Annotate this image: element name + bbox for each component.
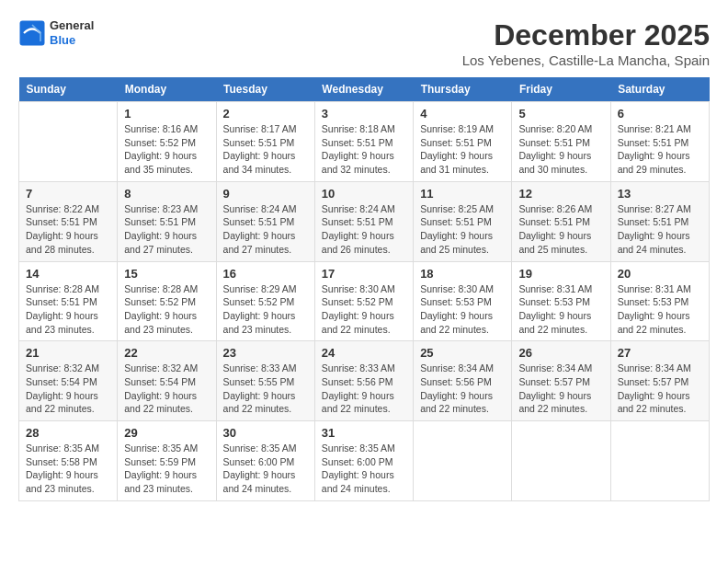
day-info: Sunrise: 8:21 AMSunset: 5:51 PMDaylight:… <box>618 122 702 177</box>
day-info: Sunrise: 8:24 AMSunset: 5:51 PMDaylight:… <box>322 202 406 257</box>
header-friday: Friday <box>512 77 610 102</box>
cell-w5-d4: 31Sunrise: 8:35 AMSunset: 6:00 PMDayligh… <box>314 421 413 501</box>
day-number: 10 <box>322 187 406 201</box>
cell-w4-d6: 26Sunrise: 8:34 AMSunset: 5:57 PMDayligh… <box>512 341 610 421</box>
day-number: 28 <box>26 426 110 440</box>
day-number: 11 <box>420 187 505 201</box>
day-info: Sunrise: 8:31 AMSunset: 5:53 PMDaylight:… <box>518 282 603 337</box>
cell-w2-d3: 9Sunrise: 8:24 AMSunset: 5:51 PMDaylight… <box>216 181 314 261</box>
day-number: 12 <box>518 187 603 201</box>
logo-icon <box>18 19 46 47</box>
day-info: Sunrise: 8:35 AMSunset: 5:58 PMDaylight:… <box>26 442 110 496</box>
week-row-5: 28Sunrise: 8:35 AMSunset: 5:58 PMDayligh… <box>19 421 710 501</box>
cell-w5-d2: 29Sunrise: 8:35 AMSunset: 5:59 PMDayligh… <box>118 421 216 501</box>
cell-w5-d5 <box>414 421 512 501</box>
day-number: 14 <box>26 267 110 281</box>
header-thursday: Thursday <box>414 77 512 102</box>
day-info: Sunrise: 8:32 AMSunset: 5:54 PMDaylight:… <box>26 362 110 416</box>
day-info: Sunrise: 8:26 AMSunset: 5:51 PMDaylight:… <box>518 202 603 257</box>
cell-w5-d1: 28Sunrise: 8:35 AMSunset: 5:58 PMDayligh… <box>19 421 118 501</box>
day-info: Sunrise: 8:16 AMSunset: 5:52 PMDaylight:… <box>124 122 209 177</box>
header-monday: Monday <box>118 77 216 102</box>
week-row-2: 7Sunrise: 8:22 AMSunset: 5:51 PMDaylight… <box>19 181 710 261</box>
cell-w2-d6: 12Sunrise: 8:26 AMSunset: 5:51 PMDayligh… <box>512 181 610 261</box>
calendar-table: Sunday Monday Tuesday Wednesday Thursday… <box>18 77 710 501</box>
day-number: 17 <box>322 267 406 281</box>
day-number: 29 <box>124 426 209 440</box>
day-info: Sunrise: 8:34 AMSunset: 5:56 PMDaylight:… <box>420 362 505 416</box>
day-info: Sunrise: 8:32 AMSunset: 5:54 PMDaylight:… <box>124 362 209 416</box>
page-header: General Blue December 2025 Los Yebenes, … <box>18 18 710 68</box>
week-row-1: 1Sunrise: 8:16 AMSunset: 5:52 PMDaylight… <box>19 102 710 182</box>
cell-w1-d2: 1Sunrise: 8:16 AMSunset: 5:52 PMDaylight… <box>118 102 216 182</box>
day-number: 24 <box>322 346 406 360</box>
cell-w5-d3: 30Sunrise: 8:35 AMSunset: 6:00 PMDayligh… <box>216 421 314 501</box>
cell-w2-d5: 11Sunrise: 8:25 AMSunset: 5:51 PMDayligh… <box>414 181 512 261</box>
day-number: 22 <box>124 346 209 360</box>
day-info: Sunrise: 8:30 AMSunset: 5:52 PMDaylight:… <box>322 282 406 337</box>
cell-w4-d2: 22Sunrise: 8:32 AMSunset: 5:54 PMDayligh… <box>118 341 216 421</box>
day-info: Sunrise: 8:28 AMSunset: 5:52 PMDaylight:… <box>124 282 209 337</box>
cell-w4-d3: 23Sunrise: 8:33 AMSunset: 5:55 PMDayligh… <box>216 341 314 421</box>
day-info: Sunrise: 8:29 AMSunset: 5:52 PMDaylight:… <box>223 282 308 337</box>
cell-w4-d5: 25Sunrise: 8:34 AMSunset: 5:56 PMDayligh… <box>414 341 512 421</box>
day-info: Sunrise: 8:23 AMSunset: 5:51 PMDaylight:… <box>124 202 209 257</box>
day-number: 19 <box>518 267 603 281</box>
day-number: 13 <box>618 187 702 201</box>
header-saturday: Saturday <box>610 77 709 102</box>
cell-w1-d7: 6Sunrise: 8:21 AMSunset: 5:51 PMDaylight… <box>610 102 709 182</box>
week-row-3: 14Sunrise: 8:28 AMSunset: 5:51 PMDayligh… <box>19 261 710 341</box>
day-number: 23 <box>223 346 308 360</box>
day-info: Sunrise: 8:17 AMSunset: 5:51 PMDaylight:… <box>223 122 308 177</box>
day-number: 4 <box>420 107 505 121</box>
day-info: Sunrise: 8:33 AMSunset: 5:55 PMDaylight:… <box>223 362 308 416</box>
day-info: Sunrise: 8:34 AMSunset: 5:57 PMDaylight:… <box>618 362 702 416</box>
logo: General Blue <box>18 18 94 47</box>
day-number: 3 <box>322 107 406 121</box>
day-number: 8 <box>124 187 209 201</box>
cell-w4-d1: 21Sunrise: 8:32 AMSunset: 5:54 PMDayligh… <box>19 341 118 421</box>
calendar-title: December 2025 <box>462 18 710 52</box>
day-info: Sunrise: 8:31 AMSunset: 5:53 PMDaylight:… <box>618 282 702 337</box>
day-info: Sunrise: 8:33 AMSunset: 5:56 PMDaylight:… <box>322 362 406 416</box>
day-number: 6 <box>618 107 702 121</box>
day-number: 9 <box>223 187 308 201</box>
day-info: Sunrise: 8:28 AMSunset: 5:51 PMDaylight:… <box>26 282 110 337</box>
cell-w3-d5: 18Sunrise: 8:30 AMSunset: 5:53 PMDayligh… <box>414 261 512 341</box>
day-info: Sunrise: 8:18 AMSunset: 5:51 PMDaylight:… <box>322 122 406 177</box>
day-number: 27 <box>618 346 702 360</box>
title-area: December 2025 Los Yebenes, Castille-La M… <box>462 18 710 68</box>
day-number: 20 <box>618 267 702 281</box>
day-number: 15 <box>124 267 209 281</box>
day-info: Sunrise: 8:25 AMSunset: 5:51 PMDaylight:… <box>420 202 505 257</box>
cell-w2-d7: 13Sunrise: 8:27 AMSunset: 5:51 PMDayligh… <box>610 181 709 261</box>
cell-w3-d6: 19Sunrise: 8:31 AMSunset: 5:53 PMDayligh… <box>512 261 610 341</box>
cell-w4-d7: 27Sunrise: 8:34 AMSunset: 5:57 PMDayligh… <box>610 341 709 421</box>
day-number: 30 <box>223 426 308 440</box>
day-info: Sunrise: 8:35 AMSunset: 6:00 PMDaylight:… <box>322 442 406 496</box>
day-number: 1 <box>124 107 209 121</box>
cell-w3-d7: 20Sunrise: 8:31 AMSunset: 5:53 PMDayligh… <box>610 261 709 341</box>
cell-w2-d1: 7Sunrise: 8:22 AMSunset: 5:51 PMDaylight… <box>19 181 118 261</box>
day-info: Sunrise: 8:24 AMSunset: 5:51 PMDaylight:… <box>223 202 308 257</box>
day-info: Sunrise: 8:27 AMSunset: 5:51 PMDaylight:… <box>618 202 702 257</box>
calendar-subtitle: Los Yebenes, Castille-La Mancha, Spain <box>462 52 710 68</box>
cell-w3-d2: 15Sunrise: 8:28 AMSunset: 5:52 PMDayligh… <box>118 261 216 341</box>
cell-w4-d4: 24Sunrise: 8:33 AMSunset: 5:56 PMDayligh… <box>314 341 413 421</box>
day-number: 5 <box>518 107 603 121</box>
day-number: 7 <box>26 187 110 201</box>
day-number: 25 <box>420 346 505 360</box>
cell-w5-d7 <box>610 421 709 501</box>
header-sunday: Sunday <box>19 77 118 102</box>
cell-w1-d5: 4Sunrise: 8:19 AMSunset: 5:51 PMDaylight… <box>414 102 512 182</box>
cell-w3-d1: 14Sunrise: 8:28 AMSunset: 5:51 PMDayligh… <box>19 261 118 341</box>
cell-w3-d4: 17Sunrise: 8:30 AMSunset: 5:52 PMDayligh… <box>314 261 413 341</box>
logo-general-text: General <box>50 18 94 33</box>
day-number: 2 <box>223 107 308 121</box>
cell-w2-d2: 8Sunrise: 8:23 AMSunset: 5:51 PMDaylight… <box>118 181 216 261</box>
cell-w2-d4: 10Sunrise: 8:24 AMSunset: 5:51 PMDayligh… <box>314 181 413 261</box>
day-number: 16 <box>223 267 308 281</box>
day-info: Sunrise: 8:20 AMSunset: 5:51 PMDaylight:… <box>518 122 603 177</box>
day-info: Sunrise: 8:35 AMSunset: 5:59 PMDaylight:… <box>124 442 209 496</box>
cell-w1-d3: 2Sunrise: 8:17 AMSunset: 5:51 PMDaylight… <box>216 102 314 182</box>
